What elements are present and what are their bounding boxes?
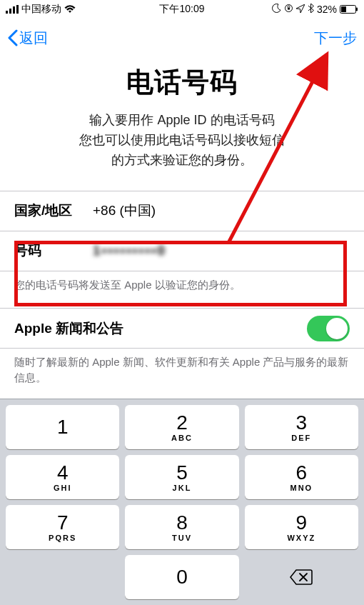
keypad-key-8[interactable]: 8TUV xyxy=(125,505,238,549)
keypad-digit: 3 xyxy=(296,413,308,433)
battery-percentage: 32% xyxy=(317,4,337,15)
keypad-digit: 0 xyxy=(176,567,188,587)
keypad-key-2[interactable]: 2ABC xyxy=(125,405,238,449)
keypad-digit: 7 xyxy=(57,513,69,533)
location-icon xyxy=(296,4,305,15)
svg-rect-1 xyxy=(9,9,11,14)
keypad-letters: DEF xyxy=(291,434,311,442)
keypad-digit: 1 xyxy=(57,417,69,437)
keypad-letters: JKL xyxy=(173,484,192,492)
svg-rect-8 xyxy=(356,8,358,11)
phone-group: 国家/地区 +86 (中国) 号码 1•••••••••0 您的电话号码将发送至… xyxy=(0,191,364,309)
backspace-icon xyxy=(290,569,313,585)
news-row: Apple 新闻和公告 xyxy=(0,309,364,349)
back-label: 返回 xyxy=(19,29,48,48)
svg-rect-2 xyxy=(13,6,15,14)
title-block: 电话号码 输入要用作 Apple ID 的电话号码 您也可以使用此电话号码以接收… xyxy=(0,57,364,191)
number-label: 号码 xyxy=(14,241,93,260)
keypad-key-0[interactable]: 0 xyxy=(125,555,238,599)
keypad-letters: ABC xyxy=(171,434,193,442)
signal-icon xyxy=(6,5,19,14)
keypad-digit: 8 xyxy=(176,513,188,533)
keypad-digit: 9 xyxy=(296,513,308,533)
number-footnote: 您的电话号码将发送至 Apple 以验证您的身份。 xyxy=(0,271,364,309)
orientation-lock-icon xyxy=(284,4,293,15)
keypad-key-5[interactable]: 5JKL xyxy=(125,455,238,499)
keypad-blank xyxy=(6,555,119,599)
carrier-label: 中国移动 xyxy=(21,3,61,16)
keypad-digit: 5 xyxy=(176,463,188,483)
svg-rect-0 xyxy=(6,11,8,14)
back-button[interactable]: 返回 xyxy=(7,29,48,48)
keypad-letters: WXYZ xyxy=(287,534,315,542)
keypad-letters: PQRS xyxy=(49,534,76,542)
keypad-backspace[interactable] xyxy=(245,555,358,599)
keypad-letters: TUV xyxy=(172,534,192,542)
region-row[interactable]: 国家/地区 +86 (中国) xyxy=(0,191,364,231)
nav-bar: 返回 下一步 xyxy=(0,19,364,57)
numeric-keypad: 12ABC3DEF4GHI5JKL6MNO7PQRS8TUV9WXYZ0 xyxy=(0,399,364,605)
keypad-key-6[interactable]: 6MNO xyxy=(245,455,358,499)
svg-rect-5 xyxy=(288,8,290,10)
wifi-icon xyxy=(64,5,76,14)
bluetooth-icon xyxy=(308,4,314,15)
keypad-letters: MNO xyxy=(290,484,313,492)
page-description: 输入要用作 Apple ID 的电话号码 您也可以使用此电话号码以接收短信 的方… xyxy=(24,111,340,171)
svg-rect-7 xyxy=(341,6,346,12)
keypad-digit: 4 xyxy=(57,463,69,483)
region-value: +86 (中国) xyxy=(93,201,350,220)
svg-rect-3 xyxy=(16,5,19,14)
status-bar: 中国移动 下午10:09 32% xyxy=(0,0,364,19)
news-toggle[interactable] xyxy=(307,316,350,341)
next-button[interactable]: 下一步 xyxy=(314,29,357,48)
keypad-letters: GHI xyxy=(54,484,72,492)
page-title: 电话号码 xyxy=(24,64,340,101)
keypad-key-4[interactable]: 4GHI xyxy=(6,455,119,499)
chevron-left-icon xyxy=(7,29,18,46)
keypad-key-1[interactable]: 1 xyxy=(6,405,119,449)
keypad-digit: 6 xyxy=(296,463,308,483)
moon-icon xyxy=(272,4,281,15)
news-label: Apple 新闻和公告 xyxy=(14,319,123,338)
number-value: 1•••••••••0 xyxy=(93,243,350,259)
battery-icon xyxy=(340,5,358,14)
keypad-key-7[interactable]: 7PQRS xyxy=(6,505,119,549)
news-group: Apple 新闻和公告 随时了解最新的 Apple 新闻、软件更新和有关 App… xyxy=(0,308,364,401)
keypad-key-9[interactable]: 9WXYZ xyxy=(245,505,358,549)
keypad-key-3[interactable]: 3DEF xyxy=(245,405,358,449)
clock: 下午10:09 xyxy=(159,3,204,16)
news-footnote: 随时了解最新的 Apple 新闻、软件更新和有关 Apple 产品与服务的最新信… xyxy=(0,349,364,401)
region-label: 国家/地区 xyxy=(14,201,93,220)
number-row[interactable]: 号码 1•••••••••0 xyxy=(0,231,364,271)
keypad-digit: 2 xyxy=(176,413,188,433)
